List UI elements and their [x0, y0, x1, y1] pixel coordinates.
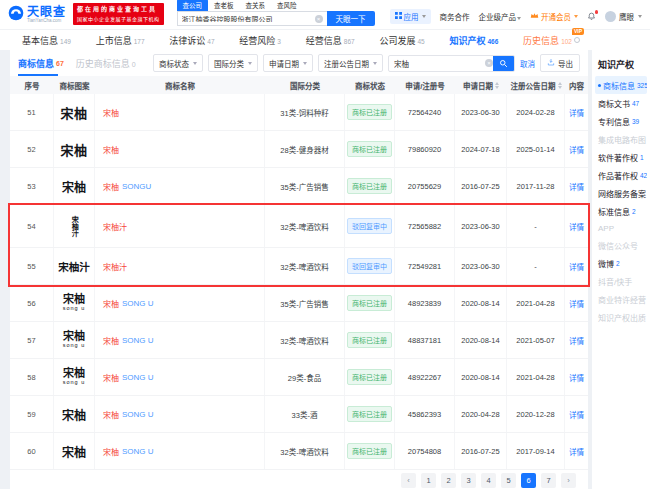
page-button[interactable]: 7 [541, 473, 556, 488]
nav-tab[interactable]: 经营风险 3 [239, 34, 281, 47]
sidebar-item[interactable]: 商标信息 325 [595, 76, 647, 94]
page-button[interactable]: 3 [461, 473, 476, 488]
business-coop-link[interactable]: 商务合作 [440, 11, 470, 22]
trademark-image[interactable]: 宋柚 [54, 168, 95, 204]
open-vip-link[interactable]: 开通会员 [530, 11, 578, 22]
sidebar-item[interactable]: 专利信息 39 [595, 112, 647, 130]
prev-page-button[interactable]: ‹ [401, 473, 416, 488]
detail-link[interactable]: 详情 [569, 181, 584, 192]
sidebar-item[interactable]: 知识产权出质 [595, 308, 647, 326]
search-type-tab[interactable]: 查关系 [240, 0, 272, 11]
detail-link[interactable]: 详情 [569, 261, 584, 272]
tab-trademark-info[interactable]: 商标信息 67 [18, 50, 64, 76]
detail-link[interactable]: 详情 [569, 107, 584, 118]
trademark-image[interactable]: 宋柚 song u [54, 322, 95, 358]
trademark-name[interactable]: 宋柚汁 [95, 248, 265, 284]
trademark-name[interactable]: 宋柚 SONGU [95, 168, 265, 204]
trademark-name[interactable]: 宋柚 SONG U [95, 396, 265, 432]
page-button[interactable]: 6 [521, 473, 536, 488]
column-header: 申请日期 [455, 80, 507, 91]
nav-tab[interactable]: 法律诉讼 47 [169, 34, 214, 47]
detail-link[interactable]: 详情 [569, 409, 584, 420]
clear-input-icon[interactable] [315, 15, 323, 23]
company-search-input[interactable] [182, 15, 315, 22]
trademark-name[interactable]: 宋柚 [95, 94, 265, 130]
sidebar-item[interactable]: 作品著作权 42 [595, 166, 647, 184]
search-submit-button[interactable]: 天眼一下 [327, 11, 375, 26]
filter-dropdown[interactable]: 国际分类 [208, 54, 258, 72]
status-cell: 商标已注册 [345, 131, 395, 167]
trademark-image[interactable]: 宋柚 [54, 396, 95, 432]
nav-tab[interactable]: 知识产权 466 [449, 34, 498, 47]
trademark-search-input[interactable] [389, 59, 485, 68]
registration-number: 48837181 [395, 322, 455, 358]
page-button[interactable]: 5 [501, 473, 516, 488]
notification-bell-icon[interactable] [587, 12, 596, 21]
page-button[interactable]: 4 [481, 473, 496, 488]
trademark-name[interactable]: 宋柚 SONG U [95, 322, 265, 358]
detail-link[interactable]: 详情 [569, 298, 584, 309]
trademark-name[interactable]: 宋柚 SONG U [95, 359, 265, 395]
detail-link[interactable]: 详情 [569, 221, 584, 232]
trademark-name[interactable]: 宋柚 [95, 131, 265, 167]
cancel-link[interactable]: 取消 [520, 58, 535, 69]
sort-icon[interactable] [495, 82, 499, 89]
trademark-name[interactable]: 宋柚汁 [95, 205, 265, 247]
trademark-name[interactable]: 宋柚 SONG U [95, 285, 265, 321]
chevron-down-icon [422, 15, 426, 18]
detail-link[interactable]: 详情 [569, 335, 584, 346]
export-label: 导出 [558, 58, 573, 69]
sidebar-item[interactable]: APP [595, 220, 647, 236]
sidebar-item[interactable]: 微信公众号 [595, 236, 647, 254]
nav-tab[interactable]: 上市信息 177 [96, 34, 145, 47]
registration-number: 20754808 [395, 433, 455, 469]
sidebar-item[interactable]: 标准信息 2 [595, 202, 647, 220]
sidebar-item[interactable]: 网络服务备案 8 [595, 184, 647, 202]
page-button[interactable]: 1 [421, 473, 436, 488]
column-label: 申请/注册号 [405, 80, 445, 91]
sidebar-item[interactable]: 集成电路布图 [595, 130, 647, 148]
page-button[interactable]: 2 [441, 473, 456, 488]
trademark-image-text: 宋柚汁 [70, 216, 78, 237]
trademark-image[interactable]: 宋柚 [54, 94, 95, 130]
sidebar-item-label: 集成电路布图 [598, 134, 646, 145]
nav-tab[interactable]: 公司发展 45 [379, 34, 424, 47]
apps-menu[interactable]: 应用 [390, 9, 431, 24]
filter-dropdown[interactable]: 商标状态 [153, 54, 203, 72]
filter-dropdown[interactable]: 注册公告日期 [318, 54, 383, 72]
nav-tab[interactable]: 基本信息 149 [22, 34, 71, 47]
user-menu[interactable]: 鹰眼 [605, 11, 642, 22]
nav-tab[interactable]: 历史信息 102 VIP [523, 34, 580, 47]
sidebar-item[interactable]: 软件著作权 1 [595, 148, 647, 166]
nav-tab[interactable]: 经营信息 867 [306, 34, 355, 47]
tianyancha-logo[interactable]: 天眼查 TianYanCha.com [8, 5, 66, 25]
trademark-image[interactable]: 宋柚汁 [54, 248, 95, 284]
trademark-image[interactable]: 宋柚 song u [54, 359, 95, 395]
sort-icon[interactable] [558, 82, 562, 89]
detail-link[interactable]: 详情 [569, 372, 584, 383]
trademark-image[interactable]: 宋柚汁 [54, 205, 95, 247]
trademark-image[interactable]: 宋柚 [54, 433, 95, 469]
next-page-button[interactable]: › [561, 473, 576, 488]
sidebar-item[interactable]: 商标文书 47 [595, 94, 647, 112]
trademark-name[interactable]: 宋柚 SONG U [95, 433, 265, 469]
sidebar-item[interactable]: 微博 2 [595, 254, 647, 272]
sidebar-item[interactable]: 抖音/快手 [595, 272, 647, 290]
trademark-image[interactable]: 宋柚 [54, 131, 95, 167]
detail-link[interactable]: 详情 [569, 446, 584, 457]
detail-link[interactable]: 详情 [569, 144, 584, 155]
sidebar-item[interactable]: 商业特许经营 [595, 290, 647, 308]
search-button[interactable] [493, 55, 514, 72]
search-type-tab[interactable]: 查风险 [271, 0, 303, 11]
search-type-tab[interactable]: 查老板 [208, 0, 240, 11]
export-button[interactable]: 导出 [540, 54, 580, 72]
tab-history-trademark-info[interactable]: 历史商标信息 0 [76, 57, 136, 70]
search-type-tab[interactable]: 查公司 [177, 0, 209, 11]
sidebar-item-label: 标准信息 [598, 206, 630, 217]
clear-search-icon[interactable] [485, 59, 493, 67]
enterprise-product-link[interactable]: 企业级产品 [479, 11, 522, 22]
trademark-image[interactable]: 宋柚 song u [54, 285, 95, 321]
filter-dropdown[interactable]: 申请日期 [263, 54, 313, 72]
publish-date: 2020-12-28 [507, 396, 565, 432]
row-index: 56 [10, 285, 54, 321]
